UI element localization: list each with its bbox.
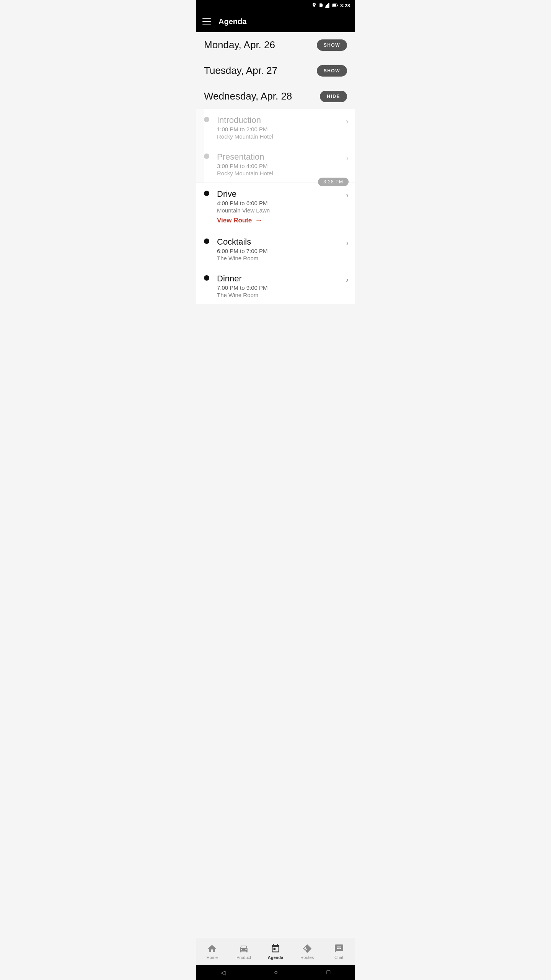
show-btn-apr27[interactable]: SHOW [317,65,347,77]
arrow-introduction: › [346,117,349,126]
event-title-cocktails: Cocktails [217,237,346,247]
status-time: 3:28 [340,3,350,8]
event-dot-introduction [204,117,209,122]
toolbar-title: Agenda [218,17,246,26]
show-btn-apr26[interactable]: SHOW [317,39,347,51]
signal-icon [325,3,330,8]
svg-rect-7 [329,3,330,8]
location-icon [312,3,316,8]
event-location-dinner: The Wine Room [217,292,346,298]
battery-icon [332,3,338,7]
event-info-introduction: Introduction 1:00 PM to 2:00 PM Rocky Mo… [217,115,346,140]
arrow-dinner: › [346,275,349,284]
event-location-drive: Mountain View Lawn [217,207,346,214]
events-section-apr28: Introduction 1:00 PM to 2:00 PM Rocky Mo… [196,109,355,304]
svg-rect-5 [327,4,328,8]
event-presentation[interactable]: Presentation 3:00 PM to 4:00 PM Rocky Mo… [204,146,355,183]
event-time-drive: 4:00 PM to 6:00 PM [217,200,346,206]
svg-rect-3 [325,7,326,8]
event-drive[interactable]: Drive 4:00 PM to 6:00 PM Mountain View L… [204,183,355,231]
event-title-presentation: Presentation [217,152,346,162]
day-label-apr28: Wednesday, Apr. 28 [204,90,292,102]
toolbar: Agenda [196,11,355,32]
day-label-apr27: Tuesday, Apr. 27 [204,65,277,77]
event-time-introduction: 1:00 PM to 2:00 PM [217,126,346,132]
svg-rect-6 [328,3,329,8]
event-cocktails[interactable]: Cocktails 6:00 PM to 7:00 PM The Wine Ro… [204,231,355,268]
event-dinner[interactable]: Dinner 7:00 PM to 9:00 PM The Wine Room … [204,268,355,304]
svg-rect-4 [326,5,327,8]
past-events: Introduction 1:00 PM to 2:00 PM Rocky Mo… [196,109,355,183]
vibrate-icon [318,3,323,8]
day-label-apr26: Monday, Apr. 26 [204,39,275,51]
view-route-label: View Route [217,217,252,224]
event-introduction[interactable]: Introduction 1:00 PM to 2:00 PM Rocky Mo… [204,109,355,146]
menu-button[interactable] [202,18,211,24]
event-time-cocktails: 6:00 PM to 7:00 PM [217,248,346,254]
event-time-presentation: 3:00 PM to 4:00 PM [217,163,346,169]
current-time-badge: 3:28 PM [318,178,349,186]
day-section-apr26: Monday, Apr. 26 SHOW [196,32,355,58]
event-location-cocktails: The Wine Room [217,255,346,261]
event-dot-dinner [204,275,209,281]
event-info-drive: Drive 4:00 PM to 6:00 PM Mountain View L… [217,189,346,225]
arrow-drive: › [346,191,349,199]
hide-btn-apr28[interactable]: HIDE [320,91,347,102]
view-route-button[interactable]: View Route → [217,216,346,225]
event-title-introduction: Introduction [217,115,346,125]
status-bar: 3:28 [196,0,355,11]
main-content: Monday, Apr. 26 SHOW Tuesday, Apr. 27 SH… [196,32,355,335]
svg-rect-9 [333,4,336,7]
event-dot-drive [204,191,209,196]
day-section-apr28: Wednesday, Apr. 28 HIDE [196,83,355,109]
svg-rect-1 [319,4,319,7]
event-title-drive: Drive [217,189,346,199]
current-events: Drive 4:00 PM to 6:00 PM Mountain View L… [196,183,355,304]
day-section-apr27: Tuesday, Apr. 27 SHOW [196,58,355,83]
event-time-dinner: 7:00 PM to 9:00 PM [217,284,346,291]
svg-rect-2 [322,4,323,7]
event-title-dinner: Dinner [217,274,346,284]
event-info-cocktails: Cocktails 6:00 PM to 7:00 PM The Wine Ro… [217,237,346,261]
arrow-presentation: › [346,154,349,162]
svg-rect-10 [337,5,338,6]
view-route-arrow-icon: → [255,216,262,225]
arrow-cocktails: › [346,238,349,247]
event-info-presentation: Presentation 3:00 PM to 4:00 PM Rocky Mo… [217,152,346,176]
event-dot-cocktails [204,238,209,244]
svg-rect-0 [320,3,322,7]
event-info-dinner: Dinner 7:00 PM to 9:00 PM The Wine Room [217,274,346,298]
event-location-presentation: Rocky Mountain Hotel [217,170,346,176]
event-location-introduction: Rocky Mountain Hotel [217,133,346,140]
status-icons: 3:28 [312,3,350,8]
event-dot-presentation [204,154,209,159]
